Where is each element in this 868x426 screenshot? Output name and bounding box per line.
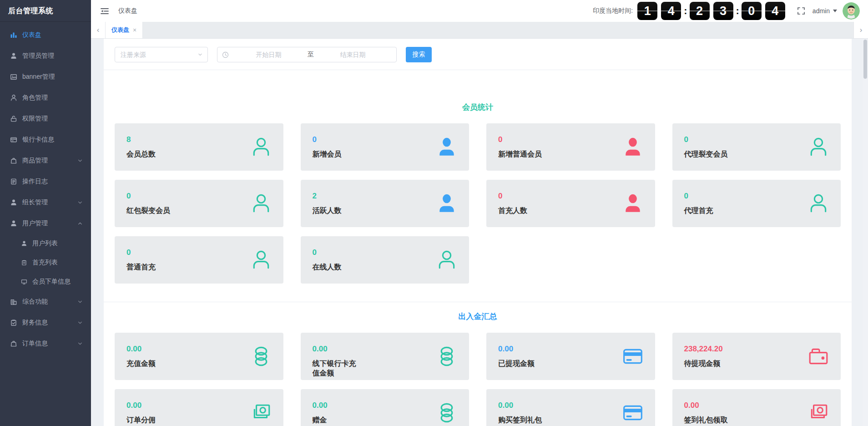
stat-card: 0红包裂变会员 (115, 180, 283, 227)
document-icon (10, 178, 17, 185)
sidebar-item-label: 订单信息 (22, 340, 48, 348)
dashboard-panel: 至 搜索 会员统计 8会员总数0新增会员0新增普通会员0代理裂变会员0红包裂变会… (104, 39, 852, 426)
sidebar-item-user-list[interactable]: 用户列表 (0, 234, 91, 253)
divider (104, 70, 852, 70)
member-stats-grid: 8会员总数0新增会员0新增普通会员0代理裂变会员0红包裂变会员2活跃人数0首充人… (115, 123, 841, 284)
user-outline-icon (251, 137, 272, 157)
sidebar: 后台管理系统 仪表盘管理员管理banner管理角色管理权限管理银行卡信息商品管理… (0, 0, 91, 426)
stat-value: 0.00 (313, 345, 458, 354)
coins-icon (251, 346, 272, 367)
sidebar-item-group-leader-management[interactable]: 组长管理 (0, 192, 91, 213)
user-filled-icon (10, 199, 17, 206)
sidebar-item-general-functions[interactable]: 综合功能 (0, 291, 91, 312)
stat-value: 8 (126, 135, 272, 144)
user-filled-icon (21, 240, 27, 247)
clipboard-icon (21, 259, 27, 266)
stat-card: 8会员总数 (115, 123, 283, 171)
register-source-select[interactable] (115, 47, 208, 62)
stat-card: 238,224.20待提现金额 (672, 333, 841, 380)
user-filled-icon (10, 52, 17, 60)
stat-card: 0.00充值金额 (115, 333, 283, 380)
sidebar-item-order-info[interactable]: 订单信息 (0, 333, 91, 354)
user-filled-icon (622, 137, 643, 157)
stat-card: 0普通首充 (115, 236, 283, 284)
clock-icon (222, 51, 229, 58)
search-button[interactable]: 搜索 (406, 47, 432, 62)
bank-card-icon (622, 402, 643, 423)
section-title-funds-summary: 出入金汇总 (115, 311, 841, 322)
clock-digit: 3 (713, 2, 733, 20)
sidebar-item-finance-info[interactable]: 财务信息 (0, 312, 91, 333)
clock-digit: 4 (765, 2, 785, 20)
app-root: 后台管理系统 仪表盘管理员管理banner管理角色管理权限管理银行卡信息商品管理… (0, 0, 868, 426)
sidebar-item-label: 组长管理 (22, 198, 48, 207)
scrollbar-thumb[interactable] (863, 40, 867, 79)
avatar[interactable] (843, 2, 860, 20)
stat-card: 0代理首充 (672, 180, 841, 227)
tabs-scroll-left-icon[interactable]: ‹ (91, 22, 106, 38)
stat-value: 0 (498, 135, 643, 144)
sidebar-item-label: 管理员管理 (22, 52, 54, 60)
stat-label: 新增普通会员 (498, 149, 546, 159)
stat-label: 已提现金额 (498, 359, 546, 368)
sidebar-item-label: 商品管理 (22, 157, 48, 165)
user-filled-icon (622, 193, 643, 214)
sidebar-item-product-management[interactable]: 商品管理 (0, 150, 91, 171)
user-outline-icon (251, 193, 272, 214)
stat-label: 首充人数 (498, 206, 546, 215)
topbar: 仪表盘 印度当地时间: 1 4 : 2 3 : 0 4 (91, 0, 868, 22)
stat-value: 0 (313, 135, 458, 144)
stat-value: 0 (126, 192, 272, 201)
stat-card: 0新增普通会员 (486, 123, 655, 171)
chevron-down-icon (77, 299, 83, 304)
divider (104, 302, 852, 302)
tabs-scroll-right-icon[interactable]: › (853, 22, 868, 38)
fullscreen-icon[interactable] (797, 7, 805, 15)
content: 至 搜索 会员统计 8会员总数0新增会员0新增普通会员0代理裂变会员0红包裂变会… (91, 39, 868, 426)
start-date-input[interactable] (230, 51, 308, 58)
sidebar-item-admin-management[interactable]: 管理员管理 (0, 46, 91, 66)
stat-card: 0.00购买签到礼包 (486, 389, 655, 426)
sidebar-item-dashboard[interactable]: 仪表盘 (0, 25, 91, 46)
sidebar-item-first-charge-list[interactable]: 首充列表 (0, 253, 91, 272)
collapse-sidebar-icon[interactable] (100, 7, 109, 15)
tabbar: ‹ 仪表盘 × › (91, 22, 868, 39)
user-outline-icon (808, 137, 829, 157)
stat-value: 0 (684, 192, 829, 201)
sidebar-item-bank-card-info[interactable]: 银行卡信息 (0, 129, 91, 150)
stat-value: 2 (313, 192, 458, 201)
flip-clock: 1 4 : 2 3 : 0 4 (637, 2, 789, 20)
sidebar-item-user-management[interactable]: 用户管理 (0, 213, 91, 234)
sidebar-item-label: 财务信息 (22, 319, 48, 327)
sidebar-item-operation-log[interactable]: 操作日志 (0, 171, 91, 192)
scrollbar-track (863, 39, 868, 426)
sidebar-item-label: 权限管理 (22, 115, 48, 123)
stat-card: 2活跃人数 (301, 180, 469, 227)
user-outline-icon (10, 94, 17, 101)
stat-label: 订单分佣 (126, 415, 175, 425)
sidebar-item-label: 首充列表 (32, 259, 58, 267)
sidebar-item-role-management[interactable]: 角色管理 (0, 87, 91, 108)
stat-card: 0新增会员 (301, 123, 469, 171)
bill-icon (808, 402, 829, 423)
register-source-input[interactable] (121, 51, 197, 58)
tab-close-icon[interactable]: × (133, 27, 136, 33)
stat-value: 0.00 (498, 401, 643, 410)
stat-label: 会员总数 (126, 149, 175, 159)
sidebar-item-permission-management[interactable]: 权限管理 (0, 108, 91, 129)
filter-row: 至 搜索 (115, 47, 841, 62)
user-outline-icon (808, 193, 829, 214)
chevron-down-icon (77, 158, 83, 163)
user-dropdown[interactable]: admin (812, 7, 837, 15)
sidebar-item-banner-management[interactable]: banner管理 (0, 66, 91, 87)
stat-label: 代理首充 (684, 206, 732, 215)
tab-dashboard[interactable]: 仪表盘 × (106, 22, 143, 38)
end-date-input[interactable] (314, 51, 392, 58)
clock-colon: : (736, 5, 739, 17)
sidebar-item-label: 用户管理 (22, 219, 48, 228)
user-outline-icon (251, 249, 272, 270)
stat-value: 0.00 (126, 401, 272, 410)
sidebar-item-label: 银行卡信息 (22, 136, 54, 144)
date-range-picker[interactable]: 至 (217, 47, 397, 62)
sidebar-item-member-order-info[interactable]: 会员下单信息 (0, 272, 91, 291)
